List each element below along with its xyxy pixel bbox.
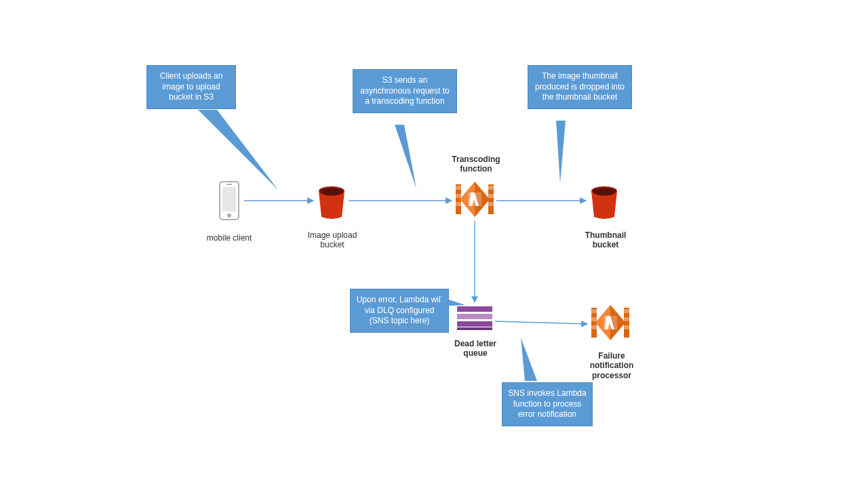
svg-marker-41 (556, 121, 566, 183)
callout-s3-invoke: S3 sends an asynchronous request to a tr… (353, 69, 457, 113)
svg-rect-22 (457, 327, 492, 330)
svg-rect-11 (488, 186, 494, 190)
mobile-phone-icon (217, 180, 241, 221)
dlq-label: Dead letter queue (452, 339, 499, 359)
upload-bucket-label: Image upload bucket (304, 230, 361, 250)
svg-line-38 (495, 321, 587, 324)
callout-upload: Client uploads an image to upload bucket… (146, 65, 236, 109)
svg-point-2 (227, 214, 231, 218)
svg-rect-8 (456, 194, 461, 198)
lambda-icon (591, 304, 629, 342)
callout-dlq: Upon error, Lambda will via DLQ configur… (350, 289, 449, 333)
svg-rect-1 (222, 187, 236, 211)
svg-point-18 (593, 188, 616, 196)
svg-marker-43 (521, 338, 537, 381)
svg-rect-13 (488, 202, 494, 206)
svg-marker-39 (198, 110, 278, 190)
svg-rect-9 (456, 202, 461, 206)
svg-rect-19 (457, 306, 492, 312)
svg-marker-40 (395, 125, 416, 188)
lambda-icon (456, 180, 494, 218)
svg-rect-3 (226, 184, 232, 185)
svg-rect-21 (457, 321, 492, 327)
svg-rect-25 (591, 317, 597, 321)
queue-icon (457, 306, 492, 333)
svg-rect-24 (591, 309, 597, 313)
svg-rect-7 (456, 186, 461, 190)
s3-bucket-icon (590, 186, 618, 220)
svg-rect-26 (591, 325, 597, 329)
svg-rect-30 (624, 325, 629, 329)
svg-point-5 (320, 188, 343, 196)
svg-rect-12 (488, 194, 494, 198)
callout-sns-invoke: SNS invokes Lambda function to process e… (502, 382, 593, 426)
svg-rect-28 (624, 309, 629, 313)
s3-bucket-icon (317, 186, 346, 220)
callout-thumbnail: The image thumbnail produced is dropped … (528, 65, 632, 109)
transcoding-label: Transcoding function (448, 155, 505, 174)
mobile-client-label: mobile client (202, 233, 256, 243)
failure-processor-label: Failure notification processor (580, 351, 643, 380)
thumbnail-bucket-label: Thumbnail bucket (574, 230, 637, 250)
svg-rect-20 (457, 314, 492, 319)
svg-rect-29 (624, 317, 629, 321)
